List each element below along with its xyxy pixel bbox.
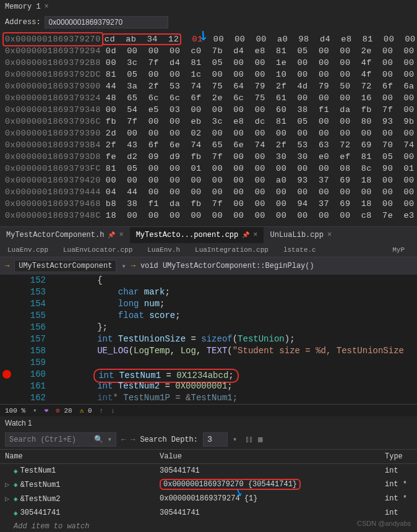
nav-tab[interactable]: lstate.c <box>276 243 324 257</box>
nav-arrow-icon[interactable]: → <box>131 262 135 270</box>
watch-search-input[interactable]: Search (Ctrl+E) 🔍 ▾ <box>5 432 116 447</box>
grid-icon[interactable]: ▦ <box>258 435 262 444</box>
warning-count[interactable]: ⚠ 0 <box>80 406 92 414</box>
memory-panel: Memory 1 × Address: 0x0000001869379270cd… <box>0 0 417 227</box>
nav-tab[interactable]: LuaEnv.cpp <box>0 243 56 257</box>
variable-icon: ◈ <box>14 509 18 517</box>
error-count[interactable]: ⊘ 28 <box>56 406 72 414</box>
depth-label: Search Depth: <box>140 435 198 444</box>
depth-input[interactable] <box>203 432 228 447</box>
memory-row: 0x00000018693793902d 00 00 00 02 00 00 0… <box>5 127 412 139</box>
memory-row: 0x000000186937932448 65 6c 6c 6f 2e 6c 7… <box>5 92 412 104</box>
file-tab[interactable]: MyTestActorComponent.h📌× <box>0 227 130 243</box>
watch-header: Name Value Type <box>0 449 417 464</box>
memory-row: 0x000000186937944404 44 00 00 00 00 00 0… <box>5 186 412 198</box>
nav-tab[interactable]: MyP <box>385 243 412 257</box>
health-icon[interactable]: ❤ <box>45 406 49 414</box>
memory-row: 0x0000001869379468b8 38 f1 da fb 7f 00 0… <box>5 198 412 210</box>
address-label: Address: <box>5 18 41 27</box>
code-lines[interactable]: { char mark; long num; float score; }; i… <box>56 275 417 404</box>
watch-row[interactable]: ▷◈ &TestNum10x0000001869379270 {30544174… <box>0 478 417 492</box>
filter-icon[interactable]: ⫿⫿ <box>246 435 253 444</box>
watch-table: Name Value Type ◈ TestNum1305441741int▷◈… <box>0 449 417 532</box>
close-icon[interactable]: × <box>253 231 257 239</box>
memory-row: 0x00000018693792940d 00 00 00 c0 7b d4 e… <box>5 45 412 57</box>
watch-title: Watch 1 <box>0 416 417 430</box>
nav-arrow-icon[interactable]: → <box>5 262 9 270</box>
nav-right-icon[interactable]: → <box>131 435 135 444</box>
watch-row[interactable]: ◈ 305441741305441741int <box>0 506 417 520</box>
nav-down-icon[interactable]: ↓ <box>111 407 115 414</box>
close-icon[interactable]: × <box>45 2 49 11</box>
memory-address-row: Address: <box>0 14 417 31</box>
memory-title: Memory 1 × <box>0 0 417 14</box>
zoom-level[interactable]: 100 % <box>5 407 25 414</box>
breakpoint-icon[interactable] <box>2 370 11 379</box>
separator: ▾ <box>121 262 126 271</box>
col-name[interactable]: Name <box>0 450 155 463</box>
memory-row: 0x00000018693792B800 3c 7f d4 81 05 00 0… <box>5 57 412 69</box>
watermark: CSDN @andyabs <box>357 520 411 527</box>
watch-panel: Watch 1 Search (Ctrl+E) 🔍 ▾ ← → Search D… <box>0 416 417 532</box>
memory-row: 0x000000186937936Cfb 7f 00 00 eb 3c e8 d… <box>5 116 412 127</box>
nav-tab[interactable]: LuaIntegration.cpp <box>187 243 276 257</box>
nav-left-icon[interactable]: ← <box>121 435 126 444</box>
status-bar: 100 % ▾ ❤ ⊘ 28 ⚠ 0 ↑ ↓ <box>0 404 417 416</box>
watch-add-item[interactable]: Add item to watch <box>0 520 417 532</box>
memory-row: 0x00000018693792DC81 05 00 00 1c 00 00 0… <box>5 69 412 80</box>
variable-icon: ◈ <box>14 467 18 475</box>
file-tab[interactable]: MyTestActo...ponent.cpp📌× <box>130 227 264 243</box>
chevron-down-icon[interactable]: ▾ <box>33 406 37 414</box>
close-icon[interactable]: × <box>327 231 332 239</box>
file-tab[interactable]: UnLuaLib.cpp× <box>264 227 338 243</box>
memory-row: 0x00000018693793D8fe d2 09 d9 fb 7f 00 0… <box>5 151 412 163</box>
pin-icon[interactable]: 📌 <box>242 231 249 239</box>
memory-row: 0x000000186937948C18 00 00 00 00 00 00 0… <box>5 210 412 221</box>
nav-tab[interactable]: LuaEnv.h <box>140 243 187 257</box>
breadcrumb: → UMyTestActorComponent ▾ → void UMyTest… <box>0 257 417 275</box>
variable-icon: ◈ <box>14 495 18 503</box>
search-icon: 🔍 ▾ <box>94 435 112 444</box>
memory-row: 0x000000186937942000 00 00 00 00 00 00 0… <box>5 174 412 186</box>
memory-row: 0x00000018693793B42f 43 6f 6e 74 65 6e 7… <box>5 139 412 151</box>
nav-tab[interactable]: LuaEnvLocator.cpp <box>56 243 140 257</box>
address-input[interactable] <box>45 16 168 28</box>
line-gutter: 152153154155156157158159160161162 <box>0 275 56 404</box>
breadcrumb-method[interactable]: void UMyTestActorComponent::BeginPlay() <box>140 262 314 270</box>
watch-row[interactable]: ◈ TestNum1305441741int <box>0 464 417 478</box>
col-value[interactable]: Value <box>155 450 380 463</box>
file-tab-bar: MyTestActorComponent.h📌×MyTestActo...pon… <box>0 227 417 243</box>
close-icon[interactable]: × <box>119 231 123 239</box>
memory-dump[interactable]: 0x0000001869379270cd ab 34 12 01 00 00 0… <box>0 31 417 226</box>
code-editor[interactable]: 152153154155156157158159160161162 { char… <box>0 275 417 404</box>
col-type[interactable]: Type <box>380 450 417 463</box>
memory-row: 0x000000186937930044 3a 2f 53 74 75 64 7… <box>5 80 412 92</box>
memory-row: 0x00000018693793FC81 05 00 00 01 00 00 0… <box>5 163 412 174</box>
memory-title-text: Memory 1 <box>5 2 41 11</box>
breadcrumb-class[interactable]: UMyTestActorComponent <box>14 260 116 272</box>
chevron-down-icon[interactable]: ▾ <box>233 435 237 444</box>
watch-row[interactable]: ▷◈ &TestNum20x0000001869379274 {1}int * <box>0 492 417 506</box>
nav-tab-bar: LuaEnv.cppLuaEnvLocator.cppLuaEnv.hLuaIn… <box>0 243 417 257</box>
watch-search-row: Search (Ctrl+E) 🔍 ▾ ← → Search Depth: ▾ … <box>0 430 417 449</box>
memory-row: 0x0000001869379270cd ab 34 12 01 00 00 0… <box>5 33 412 45</box>
variable-icon: ◈ <box>14 481 18 489</box>
pin-icon[interactable]: 📌 <box>108 231 115 239</box>
nav-up-icon[interactable]: ↑ <box>100 407 104 414</box>
memory-row: 0x000000186937934800 54 e5 03 00 00 00 0… <box>5 104 412 116</box>
